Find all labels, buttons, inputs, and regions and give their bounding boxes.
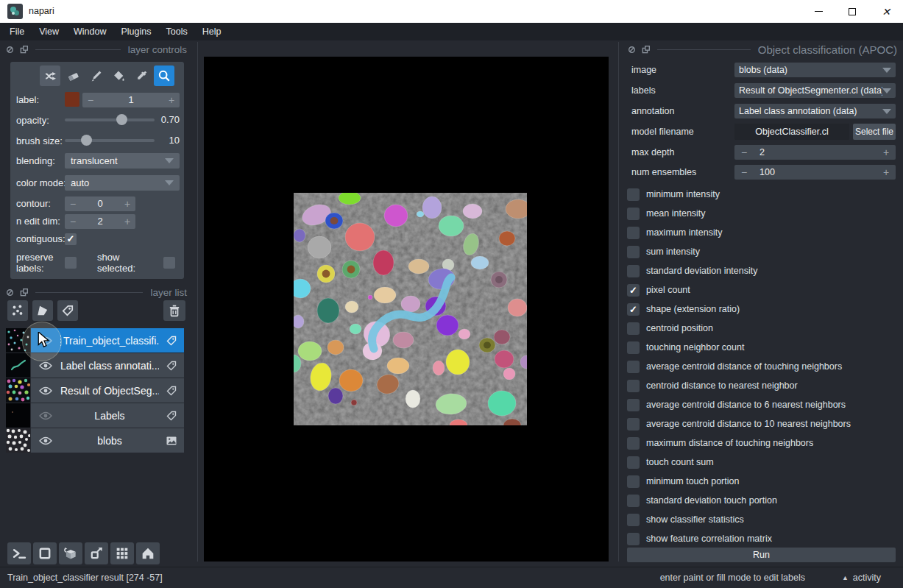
- decrement-icon[interactable]: −: [65, 216, 81, 227]
- visibility-eye-icon[interactable]: [31, 436, 60, 445]
- feature-checkbox-row[interactable]: maximum distance of touching neighbors: [627, 433, 899, 453]
- brush-size-slider[interactable]: [65, 139, 155, 142]
- feature-checkbox[interactable]: [627, 246, 640, 258]
- panel-hide-icon[interactable]: [6, 46, 14, 54]
- panel-float-icon[interactable]: [20, 288, 28, 297]
- layer-name[interactable]: Result of ObjectSeg...: [60, 385, 159, 397]
- panel-float-icon[interactable]: [642, 46, 650, 54]
- visibility-eye-icon[interactable]: [31, 361, 60, 370]
- feature-checkbox[interactable]: [627, 380, 640, 392]
- menu-file[interactable]: File: [2, 23, 32, 40]
- decrement-icon[interactable]: −: [65, 198, 81, 210]
- zoom-button[interactable]: [154, 65, 174, 86]
- feature-checkbox[interactable]: [627, 303, 640, 316]
- visibility-eye-off-icon[interactable]: [31, 411, 60, 420]
- new-labels-layer-button[interactable]: [57, 300, 78, 321]
- feature-checkbox-row[interactable]: centroid position: [627, 319, 899, 338]
- delete-layer-button[interactable]: [163, 300, 185, 321]
- increment-icon[interactable]: +: [119, 216, 135, 227]
- model-filename-input[interactable]: ObjectClassifier.cl: [734, 124, 849, 140]
- max-depth-value[interactable]: 2: [754, 147, 877, 157]
- select-file-button[interactable]: Select file: [853, 124, 896, 140]
- feature-checkbox-row[interactable]: minimum intensity: [627, 185, 899, 204]
- opacity-slider[interactable]: [65, 118, 155, 121]
- feature-checkbox-row[interactable]: touching neighbor count: [627, 338, 899, 357]
- dock-separator-right[interactable]: [618, 42, 619, 562]
- paintbrush-button[interactable]: [85, 65, 106, 86]
- num-ensembles-spinbox[interactable]: − 100 +: [734, 165, 896, 180]
- menu-plugins[interactable]: Plugins: [114, 23, 159, 40]
- feature-checkbox[interactable]: [627, 227, 640, 239]
- visibility-eye-icon[interactable]: [31, 336, 60, 345]
- layer-name[interactable]: Labels: [60, 410, 159, 422]
- close-button[interactable]: ✕: [869, 0, 903, 23]
- feature-checkbox-row[interactable]: sum intensity: [627, 242, 899, 261]
- show-selected-checkbox[interactable]: [163, 257, 175, 269]
- slider-handle[interactable]: [116, 114, 127, 125]
- feature-checkbox[interactable]: [627, 284, 640, 297]
- feature-checkbox-row[interactable]: shape (extension ratio): [627, 300, 899, 319]
- title-bar[interactable]: napari ✕: [0, 0, 903, 23]
- increment-icon[interactable]: +: [163, 94, 180, 106]
- feature-checkbox-row[interactable]: standard deviation intensity: [627, 261, 899, 280]
- feature-checkbox[interactable]: [627, 361, 640, 373]
- grid-view-button[interactable]: [110, 542, 134, 564]
- preserve-labels-checkbox[interactable]: [65, 257, 77, 269]
- layer-name[interactable]: Label class annotati...: [60, 360, 159, 372]
- feature-checkbox[interactable]: [627, 188, 640, 201]
- activity-toggle[interactable]: ▲ activity: [842, 567, 881, 588]
- menu-help[interactable]: Help: [195, 23, 229, 40]
- feature-checkbox[interactable]: [627, 265, 640, 277]
- feature-checkbox[interactable]: [627, 456, 640, 469]
- label-value[interactable]: 1: [99, 94, 163, 105]
- max-depth-spinbox[interactable]: − 2 +: [734, 145, 896, 160]
- feature-checkbox[interactable]: [627, 514, 640, 526]
- feature-checkbox-row[interactable]: maximum intensity: [627, 223, 899, 242]
- increment-icon[interactable]: +: [877, 166, 896, 178]
- visibility-eye-icon[interactable]: [31, 386, 60, 395]
- feature-checkbox[interactable]: [627, 495, 640, 507]
- n-edit-dim-spinbox[interactable]: − 2 +: [65, 214, 135, 229]
- label-color-swatch[interactable]: [65, 92, 79, 107]
- contiguous-checkbox[interactable]: [65, 233, 77, 245]
- layer-row-train-object-classifier[interactable]: Train_object_classifi...: [6, 328, 184, 353]
- feature-checkbox-row[interactable]: standard deviation touch portion: [627, 491, 899, 510]
- feature-checkbox-row[interactable]: centroid distance to nearest neighbor: [627, 376, 899, 395]
- new-points-layer-button[interactable]: [7, 300, 28, 321]
- decrement-icon[interactable]: −: [734, 146, 754, 158]
- fill-bucket-button[interactable]: [108, 65, 129, 86]
- blending-dropdown[interactable]: translucent: [65, 153, 180, 169]
- shuffle-colors-button[interactable]: [40, 65, 60, 86]
- contour-spinbox[interactable]: − 0 +: [65, 196, 135, 211]
- layer-row-result-of-objectsegmenter[interactable]: Result of ObjectSeg...: [6, 378, 184, 403]
- color-mode-dropdown[interactable]: auto: [65, 175, 180, 191]
- layer-name[interactable]: Train_object_classifi...: [60, 335, 159, 347]
- layer-name[interactable]: blobs: [60, 435, 159, 447]
- feature-checkbox[interactable]: [627, 322, 640, 335]
- decrement-icon[interactable]: −: [734, 166, 754, 178]
- layer-row-labels[interactable]: Labels: [6, 403, 184, 428]
- annotation-dropdown[interactable]: Label class annotation (data): [734, 104, 896, 118]
- decrement-icon[interactable]: −: [82, 94, 99, 106]
- labels-dropdown[interactable]: Result of ObjectSegmenter.cl (data): [734, 83, 896, 98]
- feature-checkbox[interactable]: [627, 341, 640, 354]
- feature-checkbox[interactable]: [627, 437, 640, 450]
- run-button[interactable]: Run: [627, 548, 896, 562]
- feature-checkbox-row[interactable]: minimum touch portion: [627, 472, 899, 491]
- feature-checkbox-row[interactable]: show classifier statistics: [627, 510, 899, 529]
- increment-icon[interactable]: +: [119, 198, 135, 210]
- feature-checkbox[interactable]: [627, 399, 640, 411]
- toggle-ndisplay-button[interactable]: [33, 542, 57, 564]
- panel-hide-icon[interactable]: [6, 288, 14, 297]
- slider-handle[interactable]: [81, 135, 92, 146]
- feature-checkbox-row[interactable]: average centroid distance of touching ne…: [627, 357, 899, 376]
- console-button[interactable]: [7, 542, 31, 564]
- layer-row-blobs[interactable]: blobs: [6, 428, 184, 453]
- feature-checkbox[interactable]: [627, 533, 640, 545]
- maximize-button[interactable]: [835, 0, 869, 23]
- feature-checkbox-row[interactable]: average centroid distance to 10 nearest …: [627, 414, 899, 433]
- roll-dimensions-button[interactable]: [59, 542, 82, 564]
- panel-float-icon[interactable]: [20, 46, 28, 54]
- color-picker-button[interactable]: [131, 65, 152, 86]
- transpose-dimensions-button[interactable]: [85, 542, 108, 564]
